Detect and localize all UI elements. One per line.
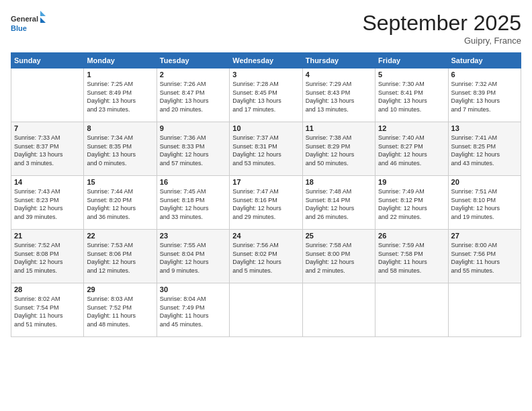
day-info-line: Daylight: 13 hours [87, 150, 153, 159]
table-cell: 30Sunrise: 8:04 AMSunset: 7:49 PMDayligh… [157, 283, 229, 337]
day-number: 13 [451, 124, 518, 132]
day-info: Sunrise: 8:00 AMSunset: 7:56 PMDaylight:… [451, 241, 518, 275]
table-cell: 19Sunrise: 7:49 AMSunset: 8:12 PMDayligh… [375, 176, 448, 230]
day-number: 14 [14, 178, 81, 186]
table-cell: 28Sunrise: 8:02 AMSunset: 7:54 PMDayligh… [11, 283, 84, 337]
day-info-line: and 13 minutes. [306, 105, 372, 114]
svg-text:Blue: Blue [11, 24, 27, 32]
day-info-line: and 19 minutes. [451, 213, 518, 222]
table-cell: 7Sunrise: 7:33 AMSunset: 8:37 PMDaylight… [11, 122, 84, 176]
day-number: 22 [87, 232, 153, 240]
day-info-line: Daylight: 12 hours [160, 204, 226, 213]
day-info-line: Sunset: 8:04 PM [160, 250, 226, 259]
day-info-line: and 53 minutes. [232, 159, 299, 168]
table-cell: 22Sunrise: 7:53 AMSunset: 8:06 PMDayligh… [84, 230, 157, 283]
table-cell: 27Sunrise: 8:00 AMSunset: 7:56 PMDayligh… [448, 230, 521, 283]
day-info: Sunrise: 8:04 AMSunset: 7:49 PMDaylight:… [160, 295, 226, 328]
day-info: Sunrise: 7:53 AMSunset: 8:06 PMDaylight:… [87, 241, 153, 275]
table-cell: 25Sunrise: 7:58 AMSunset: 8:00 PMDayligh… [302, 230, 375, 283]
table-cell: 6Sunrise: 7:32 AMSunset: 8:39 PMDaylight… [448, 68, 521, 122]
day-number: 12 [378, 124, 445, 132]
day-info: Sunrise: 7:55 AMSunset: 8:04 PMDaylight:… [160, 241, 226, 275]
day-info: Sunrise: 7:36 AMSunset: 8:33 PMDaylight:… [160, 134, 226, 167]
day-info-line: Daylight: 12 hours [378, 204, 445, 213]
day-info-line: Sunset: 8:23 PM [14, 196, 81, 205]
day-info-line: and 33 minutes. [160, 213, 226, 222]
day-info-line: Sunrise: 7:38 AM [306, 134, 372, 142]
svg-text:General: General [11, 15, 38, 23]
col-saturday: Saturday [448, 53, 521, 68]
day-info-line: Sunrise: 7:53 AM [87, 241, 153, 250]
day-info-line: Sunset: 8:43 PM [306, 89, 372, 97]
title-block: September 2025 Guipry, France [362, 11, 521, 46]
calendar-week-row: 21Sunrise: 7:52 AMSunset: 8:08 PMDayligh… [11, 230, 521, 283]
day-info-line: Sunset: 8:10 PM [451, 196, 518, 205]
table-cell: 4Sunrise: 7:29 AMSunset: 8:43 PMDaylight… [302, 68, 375, 122]
calendar-table: Sunday Monday Tuesday Wednesday Thursday… [11, 52, 521, 337]
day-info-line: Sunset: 8:08 PM [14, 250, 81, 259]
table-cell: 9Sunrise: 7:36 AMSunset: 8:33 PMDaylight… [157, 122, 229, 176]
logo: General Blue [11, 11, 46, 38]
day-number: 20 [451, 178, 518, 186]
day-info-line: Sunrise: 7:25 AM [87, 80, 153, 89]
day-info-line: and 17 minutes. [232, 105, 299, 114]
day-number: 21 [14, 232, 81, 240]
day-number: 1 [87, 71, 153, 79]
day-number: 28 [14, 285, 81, 293]
day-info-line: Sunset: 8:39 PM [451, 89, 518, 97]
page-header: General Blue September 2025 Guipry, Fran… [11, 11, 521, 46]
day-info-line: Daylight: 12 hours [306, 204, 372, 213]
day-info-line: Sunrise: 8:00 AM [451, 241, 518, 250]
day-info-line: Sunrise: 7:28 AM [232, 80, 299, 89]
day-info-line: Daylight: 12 hours [232, 258, 299, 267]
day-info-line: Sunset: 8:14 PM [306, 196, 372, 205]
table-cell [448, 283, 521, 337]
day-info-line: Sunset: 8:31 PM [232, 142, 299, 151]
day-info-line: Sunrise: 7:36 AM [160, 134, 226, 142]
day-info-line: Sunrise: 7:37 AM [232, 134, 299, 142]
day-info-line: Daylight: 12 hours [14, 204, 81, 213]
col-wednesday: Wednesday [230, 53, 302, 68]
day-info-line: Daylight: 11 hours [451, 258, 518, 267]
day-info-line: Sunrise: 7:48 AM [306, 187, 372, 196]
day-info-line: Sunrise: 7:49 AM [378, 187, 445, 196]
day-number: 29 [87, 285, 153, 293]
day-info-line: and 15 minutes. [14, 267, 81, 275]
table-cell: 1Sunrise: 7:25 AMSunset: 8:49 PMDaylight… [84, 68, 157, 122]
day-info-line: Sunset: 8:27 PM [378, 142, 445, 151]
day-info-line: Daylight: 11 hours [14, 312, 81, 320]
day-info-line: Daylight: 11 hours [87, 312, 153, 320]
day-info-line: and 12 minutes. [87, 267, 153, 275]
day-info: Sunrise: 8:02 AMSunset: 7:54 PMDaylight:… [14, 295, 81, 328]
svg-marker-2 [40, 11, 46, 16]
day-info-line: Sunrise: 7:45 AM [160, 187, 226, 196]
day-info-line: Sunset: 8:20 PM [87, 196, 153, 205]
calendar-week-row: 7Sunrise: 7:33 AMSunset: 8:37 PMDaylight… [11, 122, 521, 176]
day-info-line: Sunrise: 7:41 AM [451, 134, 518, 142]
table-cell: 17Sunrise: 7:47 AMSunset: 8:16 PMDayligh… [230, 176, 302, 230]
logo-icon-container: General Blue [11, 11, 46, 38]
day-info-line: and 3 minutes. [14, 159, 81, 168]
day-info-line: Sunrise: 7:33 AM [14, 134, 81, 142]
svg-marker-3 [40, 17, 46, 23]
table-cell [375, 283, 448, 337]
day-number: 26 [378, 232, 445, 240]
day-number: 25 [306, 232, 372, 240]
table-cell [11, 68, 84, 122]
col-tuesday: Tuesday [157, 53, 229, 68]
day-info-line: Sunrise: 8:04 AM [160, 295, 226, 304]
day-info-line: Sunset: 8:33 PM [160, 142, 226, 151]
day-info-line: and 50 minutes. [306, 159, 372, 168]
day-info-line: Daylight: 13 hours [232, 97, 299, 105]
day-info-line: and 5 minutes. [232, 267, 299, 275]
col-sunday: Sunday [11, 53, 84, 68]
day-info-line: and 9 minutes. [160, 267, 226, 275]
day-info-line: Daylight: 12 hours [378, 150, 445, 159]
day-info-line: Sunrise: 7:44 AM [87, 187, 153, 196]
table-cell [302, 283, 375, 337]
day-info-line: Sunset: 7:54 PM [14, 304, 81, 312]
day-info-line: Sunrise: 7:55 AM [160, 241, 226, 250]
location: Guipry, France [362, 36, 521, 46]
day-info-line: and 51 minutes. [14, 320, 81, 329]
day-info-line: Sunset: 8:41 PM [378, 89, 445, 97]
